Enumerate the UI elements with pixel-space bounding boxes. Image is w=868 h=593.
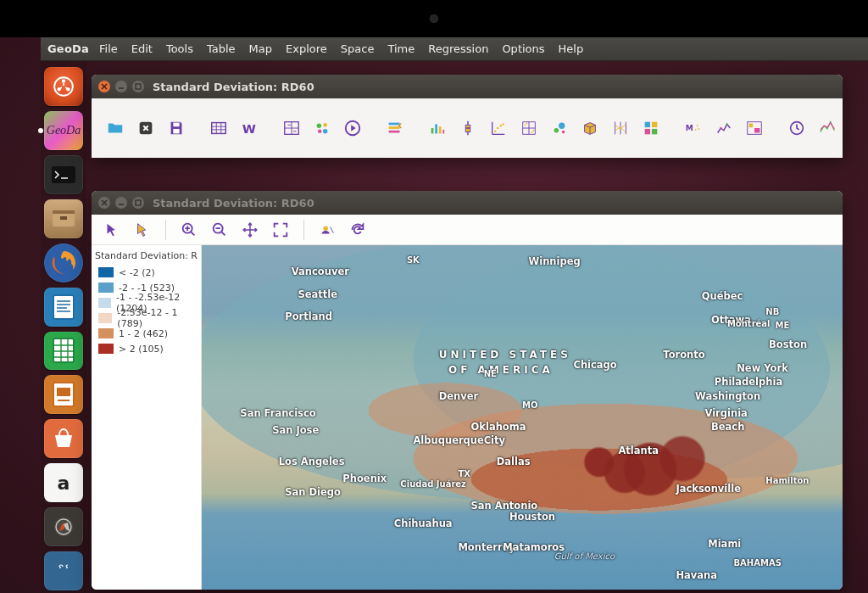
legend-swatch	[98, 328, 114, 338]
map-place-label: NB	[765, 307, 779, 316]
unity-launcher: GeoDaa	[41, 61, 86, 593]
refresh-icon[interactable]	[346, 218, 370, 242]
bubble-chart-icon[interactable]	[546, 115, 573, 142]
legend-swatch	[98, 267, 114, 277]
scatterplot-icon[interactable]	[485, 115, 512, 142]
map-place-label: Ciudad Juárez	[400, 479, 466, 489]
category-editor-icon[interactable]	[381, 115, 409, 142]
svg-point-27	[323, 129, 328, 134]
histogram-icon[interactable]	[424, 115, 451, 142]
time-player-icon[interactable]	[814, 115, 841, 142]
svg-rect-51	[652, 129, 657, 134]
map-place-label: Boston	[769, 338, 807, 350]
toolbar-window-title: Standard Deviation: RD60	[153, 81, 314, 93]
zoom-in-icon[interactable]	[177, 218, 201, 242]
map-place-label: ME	[776, 321, 790, 330]
menu-file[interactable]: File	[99, 42, 118, 55]
writer-icon[interactable]	[44, 288, 83, 327]
map-place-label: Dallas	[497, 456, 531, 467]
save-icon[interactable]	[163, 115, 190, 142]
firefox-icon[interactable]	[44, 243, 83, 283]
map-place-label: Virginia	[704, 407, 747, 419]
svg-rect-48	[645, 122, 650, 127]
time-editor-icon[interactable]	[783, 115, 810, 142]
close-icon[interactable]	[98, 197, 110, 209]
svg-rect-60	[754, 128, 760, 133]
postgresql-icon[interactable]	[44, 551, 83, 590]
minimize-icon[interactable]	[115, 81, 127, 92]
full-extent-icon[interactable]	[269, 218, 292, 242]
svg-point-55	[695, 129, 697, 131]
calc-icon[interactable]	[44, 332, 83, 371]
pcp-icon[interactable]	[607, 115, 634, 142]
lisa-icon[interactable]	[710, 115, 737, 142]
svg-point-38	[497, 127, 498, 129]
scatter-matrix-icon[interactable]	[515, 115, 542, 142]
map-place-label: Los Angeles	[279, 456, 345, 467]
conditional-plot-icon[interactable]	[637, 115, 665, 142]
basemap-icon[interactable]	[315, 218, 339, 242]
impress-icon[interactable]	[44, 375, 83, 414]
menu-table[interactable]: Table	[207, 42, 236, 55]
geoda-app-icon[interactable]: GeoDa	[44, 111, 83, 150]
map-place-label: Vancouver	[292, 266, 349, 277]
table-icon[interactable]	[205, 115, 232, 142]
map-window-titlebar[interactable]: Standard Deviation: RD60	[92, 191, 843, 215]
menu-options[interactable]: Options	[502, 42, 544, 55]
menu-edit[interactable]: Edit	[131, 42, 153, 55]
svg-point-24	[317, 124, 322, 129]
close-project-icon[interactable]	[132, 115, 159, 142]
select-arrow-icon[interactable]	[100, 218, 124, 242]
system-settings-icon[interactable]	[44, 507, 83, 546]
dash-icon[interactable]	[44, 67, 83, 106]
legend-swatch	[98, 283, 114, 293]
files-icon[interactable]	[44, 199, 83, 238]
weights-icon[interactable]: W	[236, 115, 263, 142]
svg-rect-6	[53, 210, 75, 214]
menu-help[interactable]: Help	[559, 42, 584, 55]
terminal-icon[interactable]	[44, 155, 83, 194]
legend-item[interactable]: < -2 (2)	[95, 265, 198, 280]
menu-space[interactable]: Space	[341, 42, 375, 55]
cube-3d-icon[interactable]	[576, 115, 604, 142]
software-center-icon[interactable]	[44, 419, 83, 458]
svg-point-15	[59, 567, 61, 568]
minimize-icon[interactable]	[115, 197, 127, 209]
select-invert-icon[interactable]	[131, 218, 154, 242]
menu-time[interactable]: Time	[387, 42, 415, 55]
map-place-label: Gulf of Mexico	[554, 551, 615, 561]
legend-item[interactable]: > 2 (105)	[95, 341, 198, 356]
menu-tools[interactable]: Tools	[166, 42, 193, 55]
toolbar-window-titlebar[interactable]: Standard Deviation: RD60	[92, 75, 843, 98]
legend-item[interactable]: -2.53e-12 - 1 (789)	[95, 310, 198, 326]
map-place-label: Oklahoma	[471, 421, 526, 433]
cartogram-icon[interactable]	[309, 115, 336, 142]
map-place-label: Seattle	[298, 288, 337, 300]
app-name: GeoDa	[47, 42, 89, 55]
svg-point-47	[562, 131, 565, 134]
svg-rect-17	[136, 84, 141, 89]
pan-icon[interactable]	[238, 218, 262, 242]
map-place-label: New York	[737, 362, 788, 374]
legend-label: > 2 (105)	[119, 344, 164, 355]
svg-rect-19	[173, 123, 179, 127]
local-g-icon[interactable]	[741, 115, 768, 142]
close-icon[interactable]	[98, 81, 110, 92]
map-place-label: City	[484, 434, 505, 446]
open-icon[interactable]	[102, 115, 129, 142]
svg-rect-30	[389, 126, 400, 129]
map-classify-icon[interactable]	[278, 115, 305, 142]
svg-rect-33	[435, 124, 437, 133]
amazon-icon[interactable]: a	[44, 463, 83, 502]
menu-explore[interactable]: Explore	[286, 42, 327, 55]
menu-map[interactable]: Map	[249, 42, 272, 55]
animation-icon[interactable]	[339, 115, 366, 142]
maximize-icon[interactable]	[132, 81, 144, 92]
svg-rect-11	[53, 338, 74, 362]
moran-icon[interactable]: M	[680, 115, 707, 142]
maximize-icon[interactable]	[132, 197, 144, 209]
zoom-out-icon[interactable]	[208, 218, 231, 242]
boxplot-icon[interactable]	[454, 115, 481, 142]
map-canvas[interactable]: WinnipegVancouverSeattlePortlandUNITED S…	[202, 245, 843, 590]
menu-regression[interactable]: Regression	[428, 42, 488, 55]
